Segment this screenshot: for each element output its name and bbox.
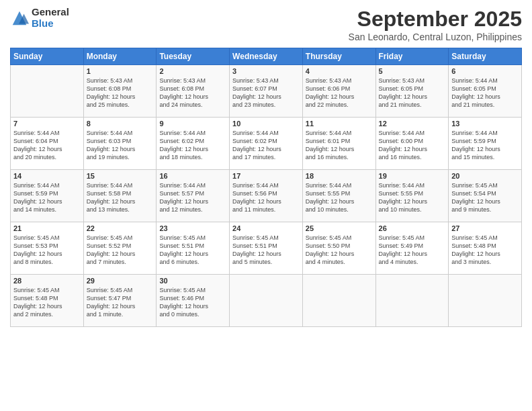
day-number: 1	[87, 67, 154, 75]
calendar-cell: 29Sunrise: 5:45 AM Sunset: 5:47 PM Dayli…	[83, 275, 157, 327]
logo-general: General	[32, 7, 69, 18]
day-number: 20	[451, 172, 519, 180]
day-number: 24	[232, 224, 300, 232]
calendar-table: Sunday Monday Tuesday Wednesday Thursday…	[10, 48, 522, 327]
header-wednesday: Wednesday	[230, 48, 303, 65]
header-friday: Friday	[375, 48, 449, 65]
cell-content: Sunrise: 5:44 AM Sunset: 5:59 PM Dayligh…	[451, 129, 519, 162]
calendar-cell: 20Sunrise: 5:45 AM Sunset: 5:54 PM Dayli…	[449, 170, 522, 222]
calendar-cell: 15Sunrise: 5:44 AM Sunset: 5:58 PM Dayli…	[83, 170, 157, 222]
calendar-cell: 21Sunrise: 5:45 AM Sunset: 5:53 PM Dayli…	[11, 222, 84, 275]
day-number: 10	[232, 120, 300, 128]
calendar-cell: 11Sunrise: 5:44 AM Sunset: 6:01 PM Dayli…	[302, 118, 375, 170]
calendar-cell: 3Sunrise: 5:43 AM Sunset: 6:07 PM Daylig…	[230, 65, 303, 118]
calendar-cell: 9Sunrise: 5:44 AM Sunset: 6:02 PM Daylig…	[157, 118, 230, 170]
calendar-cell	[230, 275, 303, 327]
cell-content: Sunrise: 5:44 AM Sunset: 6:03 PM Dayligh…	[87, 129, 154, 162]
cell-content: Sunrise: 5:44 AM Sunset: 6:02 PM Dayligh…	[232, 129, 300, 162]
cell-content: Sunrise: 5:45 AM Sunset: 5:51 PM Dayligh…	[159, 234, 226, 267]
day-number: 15	[87, 172, 154, 180]
calendar-cell	[449, 275, 522, 327]
day-number: 28	[13, 277, 81, 285]
day-number: 9	[159, 120, 226, 128]
calendar-cell: 1Sunrise: 5:43 AM Sunset: 6:08 PM Daylig…	[83, 65, 157, 118]
header-row: Sunday Monday Tuesday Wednesday Thursday…	[11, 48, 522, 65]
calendar-cell: 10Sunrise: 5:44 AM Sunset: 6:02 PM Dayli…	[230, 118, 303, 170]
day-number: 5	[379, 67, 446, 75]
calendar-cell: 24Sunrise: 5:45 AM Sunset: 5:51 PM Dayli…	[230, 222, 303, 275]
cell-content: Sunrise: 5:43 AM Sunset: 6:05 PM Dayligh…	[379, 77, 446, 109]
cell-content: Sunrise: 5:44 AM Sunset: 6:00 PM Dayligh…	[379, 129, 446, 162]
cell-content: Sunrise: 5:45 AM Sunset: 5:46 PM Dayligh…	[159, 286, 226, 319]
logo-blue: Blue	[32, 18, 69, 30]
cell-content: Sunrise: 5:44 AM Sunset: 5:55 PM Dayligh…	[306, 181, 373, 214]
header-thursday: Thursday	[302, 48, 375, 65]
calendar-cell: 2Sunrise: 5:43 AM Sunset: 6:08 PM Daylig…	[157, 65, 230, 118]
day-number: 6	[451, 67, 519, 75]
cell-content: Sunrise: 5:43 AM Sunset: 6:08 PM Dayligh…	[159, 77, 226, 109]
day-number: 16	[159, 172, 226, 180]
cell-content: Sunrise: 5:44 AM Sunset: 6:04 PM Dayligh…	[13, 129, 81, 162]
calendar-cell	[11, 65, 84, 118]
day-number: 7	[13, 120, 81, 128]
calendar-week-4: 28Sunrise: 5:45 AM Sunset: 5:48 PM Dayli…	[11, 275, 522, 327]
title-section: September 2025 San Leonardo, Central Luz…	[349, 7, 522, 42]
day-number: 2	[159, 67, 226, 75]
cell-content: Sunrise: 5:45 AM Sunset: 5:48 PM Dayligh…	[13, 286, 81, 319]
cell-content: Sunrise: 5:43 AM Sunset: 6:06 PM Dayligh…	[306, 77, 373, 109]
day-number: 8	[87, 120, 154, 128]
calendar-cell: 14Sunrise: 5:44 AM Sunset: 5:59 PM Dayli…	[11, 170, 84, 222]
logo-icon	[10, 9, 29, 28]
calendar-cell: 23Sunrise: 5:45 AM Sunset: 5:51 PM Dayli…	[157, 222, 230, 275]
day-number: 13	[451, 120, 519, 128]
cell-content: Sunrise: 5:45 AM Sunset: 5:50 PM Dayligh…	[306, 234, 373, 267]
calendar-cell: 7Sunrise: 5:44 AM Sunset: 6:04 PM Daylig…	[11, 118, 84, 170]
calendar-cell: 26Sunrise: 5:45 AM Sunset: 5:49 PM Dayli…	[375, 222, 449, 275]
calendar-week-2: 14Sunrise: 5:44 AM Sunset: 5:59 PM Dayli…	[11, 170, 522, 222]
calendar-cell: 28Sunrise: 5:45 AM Sunset: 5:48 PM Dayli…	[11, 275, 84, 327]
calendar-cell	[302, 275, 375, 327]
header-sunday: Sunday	[11, 48, 84, 65]
cell-content: Sunrise: 5:44 AM Sunset: 6:02 PM Dayligh…	[159, 129, 226, 162]
cell-content: Sunrise: 5:44 AM Sunset: 5:58 PM Dayligh…	[87, 181, 154, 214]
day-number: 11	[306, 120, 373, 128]
cell-content: Sunrise: 5:45 AM Sunset: 5:49 PM Dayligh…	[379, 234, 446, 267]
calendar-cell: 6Sunrise: 5:44 AM Sunset: 6:05 PM Daylig…	[449, 65, 522, 118]
calendar-cell: 30Sunrise: 5:45 AM Sunset: 5:46 PM Dayli…	[157, 275, 230, 327]
cell-content: Sunrise: 5:44 AM Sunset: 5:59 PM Dayligh…	[13, 181, 81, 214]
cell-content: Sunrise: 5:44 AM Sunset: 5:56 PM Dayligh…	[232, 181, 300, 214]
calendar-cell: 25Sunrise: 5:45 AM Sunset: 5:50 PM Dayli…	[302, 222, 375, 275]
calendar-week-1: 7Sunrise: 5:44 AM Sunset: 6:04 PM Daylig…	[11, 118, 522, 170]
cell-content: Sunrise: 5:44 AM Sunset: 5:57 PM Dayligh…	[159, 181, 226, 214]
day-number: 23	[159, 224, 226, 232]
day-number: 3	[232, 67, 300, 75]
calendar-cell: 5Sunrise: 5:43 AM Sunset: 6:05 PM Daylig…	[375, 65, 449, 118]
calendar-week-0: 1Sunrise: 5:43 AM Sunset: 6:08 PM Daylig…	[11, 65, 522, 118]
day-number: 22	[87, 224, 154, 232]
day-number: 12	[379, 120, 446, 128]
header-tuesday: Tuesday	[157, 48, 230, 65]
main-title: September 2025	[349, 7, 522, 32]
cell-content: Sunrise: 5:44 AM Sunset: 5:55 PM Dayligh…	[379, 181, 446, 214]
calendar-cell: 4Sunrise: 5:43 AM Sunset: 6:06 PM Daylig…	[302, 65, 375, 118]
cell-content: Sunrise: 5:45 AM Sunset: 5:54 PM Dayligh…	[451, 181, 519, 214]
day-number: 27	[451, 224, 519, 232]
cell-content: Sunrise: 5:43 AM Sunset: 6:07 PM Dayligh…	[232, 77, 300, 109]
header-monday: Monday	[83, 48, 157, 65]
day-number: 4	[306, 67, 373, 75]
cell-content: Sunrise: 5:45 AM Sunset: 5:53 PM Dayligh…	[13, 234, 81, 267]
day-number: 30	[159, 277, 226, 285]
calendar-cell: 16Sunrise: 5:44 AM Sunset: 5:57 PM Dayli…	[157, 170, 230, 222]
calendar-cell: 8Sunrise: 5:44 AM Sunset: 6:03 PM Daylig…	[83, 118, 157, 170]
day-number: 25	[306, 224, 373, 232]
logo-text: General Blue	[32, 7, 69, 29]
calendar-week-3: 21Sunrise: 5:45 AM Sunset: 5:53 PM Dayli…	[11, 222, 522, 275]
cell-content: Sunrise: 5:45 AM Sunset: 5:48 PM Dayligh…	[451, 234, 519, 267]
day-number: 14	[13, 172, 81, 180]
day-number: 21	[13, 224, 81, 232]
day-number: 19	[379, 172, 446, 180]
cell-content: Sunrise: 5:44 AM Sunset: 6:05 PM Dayligh…	[451, 77, 519, 109]
subtitle: San Leonardo, Central Luzon, Philippines	[349, 32, 522, 42]
day-number: 18	[306, 172, 373, 180]
calendar-cell: 12Sunrise: 5:44 AM Sunset: 6:00 PM Dayli…	[375, 118, 449, 170]
